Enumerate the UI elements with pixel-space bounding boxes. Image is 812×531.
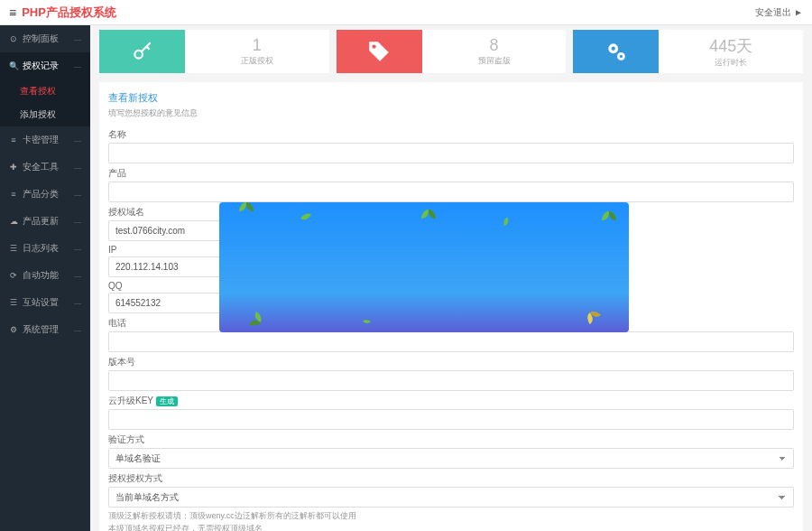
hint-2: 本级顶域名授权已经存，无需授权顶级域名: [108, 522, 794, 531]
dashboard-icon: ⊙: [9, 34, 18, 43]
sidebar-item-label: 系统管理: [23, 323, 59, 336]
input-domain[interactable]: [108, 220, 221, 241]
sidebar-item-security[interactable]: ✚安全工具—: [0, 154, 90, 181]
stat-value: 1: [185, 36, 329, 55]
sidebar-item-label: 产品更新: [23, 215, 59, 228]
sidebar-item-label: 日志列表: [23, 242, 59, 255]
search-icon: 🔍: [9, 61, 18, 70]
label-name: 名称: [108, 126, 794, 143]
stat-label: 预留盗版: [422, 55, 567, 67]
svg-point-0: [134, 51, 143, 59]
sidebar-item-label: 互站设置: [23, 296, 59, 309]
box-title[interactable]: 查看新授权: [108, 91, 794, 105]
label-product: 产品: [108, 165, 794, 182]
label-phone: 电话: [108, 315, 794, 331]
sidebar-item-logs[interactable]: ☰日志列表—: [0, 235, 90, 262]
list-icon: ☰: [9, 298, 18, 307]
sidebar-item-auto[interactable]: ⟳自动功能—: [0, 262, 90, 289]
brand-title: PHP产品授权系统: [22, 5, 116, 21]
input-upkey[interactable]: [108, 409, 794, 430]
label-qq: QQ: [108, 279, 794, 293]
sidebar-item-label: 安全工具: [23, 161, 59, 173]
sidebar-item-dashboard[interactable]: ⊙控制面板—: [0, 25, 90, 52]
svg-point-3: [611, 47, 614, 51]
menu-toggle-icon[interactable]: ≡: [9, 5, 16, 20]
stat-card-uptime: 445天运行时长: [573, 30, 803, 73]
sidebar-item-update[interactable]: ☁产品更新—: [0, 208, 90, 235]
svg-point-1: [373, 44, 376, 48]
logout-link[interactable]: 安全退出 ►: [755, 6, 803, 19]
label-upkey: 云升级KEY生成: [108, 393, 794, 409]
sidebar-item-label: 产品分类: [23, 188, 59, 200]
input-qq[interactable]: [108, 293, 221, 313]
input-product[interactable]: [108, 182, 794, 202]
main-content: 1正版授权 8预留盗版 445天运行时长 查看新授权 填写您想授权的意见信息 名…: [90, 25, 812, 531]
sidebar-sub-view[interactable]: 查看授权: [0, 79, 90, 103]
box-subtitle: 填写您想授权的意见信息: [108, 107, 794, 119]
input-name[interactable]: [108, 143, 794, 163]
select-verify[interactable]: 单域名验证: [108, 448, 794, 469]
list-icon: ≡: [9, 190, 18, 199]
input-ip[interactable]: [108, 256, 221, 277]
sidebar-item-label: 自动功能: [23, 269, 59, 282]
sidebar: ⊙控制面板— 🔍授权记录— 查看授权 添加授权 ≡卡密管理— ✚安全工具— ≡产…: [0, 25, 90, 531]
sidebar-item-system[interactable]: ⚙系统管理—: [0, 316, 90, 343]
topbar: ≡ PHP产品授权系统 安全退出 ►: [0, 0, 812, 25]
label-verify: 验证方式: [108, 432, 794, 448]
stat-value: 445天: [659, 35, 803, 57]
select-method[interactable]: 当前单域名方式: [108, 487, 794, 508]
sidebar-item-label: 卡密管理: [23, 134, 59, 146]
label-version: 版本号: [108, 354, 794, 370]
stat-label: 正版授权: [185, 55, 329, 67]
cloud-icon: ☁: [9, 217, 18, 226]
hint-1: 顶级泛解析授权请填：顶级weny.cc边泛解析所有的泛解析都可以使用: [108, 509, 794, 522]
sidebar-sub-add[interactable]: 添加授权: [0, 103, 90, 126]
gears-icon: [573, 30, 659, 73]
sidebar-item-auth[interactable]: 🔍授权记录—: [0, 52, 90, 79]
stat-card-piracy: 8预留盗版: [337, 30, 567, 73]
form-box: 查看新授权 填写您想授权的意见信息 名称 产品 授权域名 IP QQ 电话 版本…: [99, 82, 803, 531]
sidebar-item-exchange[interactable]: ☰互站设置—: [0, 289, 90, 316]
list-icon: ☰: [9, 244, 18, 253]
gear-icon: ⚙: [9, 325, 18, 334]
label-domain: 授权域名: [108, 204, 794, 220]
input-version[interactable]: [108, 370, 794, 391]
list-icon: ≡: [9, 135, 18, 144]
svg-point-5: [620, 55, 623, 58]
label-method: 授权授权方式: [108, 470, 794, 487]
stat-card-auth: 1正版授权: [99, 30, 329, 73]
generate-badge[interactable]: 生成: [156, 396, 178, 406]
label-ip: IP: [108, 243, 794, 256]
input-phone[interactable]: [108, 331, 794, 352]
refresh-icon: ⟳: [9, 271, 18, 280]
tag-icon: [337, 30, 422, 73]
sidebar-item-label: 控制面板: [23, 33, 59, 45]
plus-icon: ✚: [9, 163, 18, 172]
stat-label: 运行时长: [659, 57, 803, 69]
sidebar-item-category[interactable]: ≡产品分类—: [0, 181, 90, 208]
stat-value: 8: [422, 36, 567, 55]
sidebar-item-card[interactable]: ≡卡密管理—: [0, 126, 90, 154]
key-icon: [99, 30, 185, 73]
sidebar-item-label: 授权记录: [23, 60, 59, 72]
